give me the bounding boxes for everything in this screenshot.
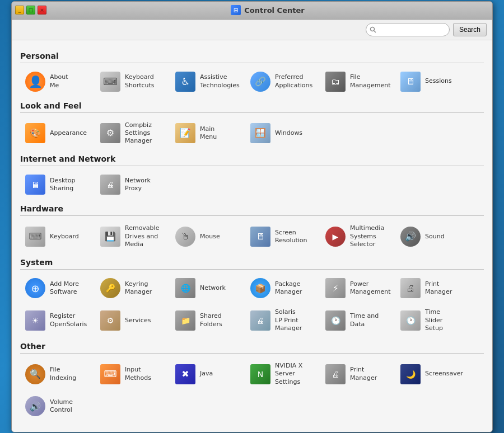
- icon-nvidia: N: [250, 364, 270, 384]
- item-add-software[interactable]: ⊕Add More Software: [20, 274, 93, 302]
- icon-sound: 🔊: [400, 227, 421, 247]
- label-print-mgr: Print Manager: [425, 280, 452, 296]
- item-compbiz[interactable]: ⚙Compbiz Settings Manager: [95, 117, 168, 149]
- item-time-slider[interactable]: 🕐Time Slider Setup: [395, 304, 468, 336]
- label-about-me: About Me: [50, 73, 68, 90]
- item-shared-folders[interactable]: 📁Shared Folders: [170, 304, 243, 336]
- item-screensaver[interactable]: 🌙Screensaver: [395, 358, 468, 390]
- item-network[interactable]: 🌐Network: [170, 274, 243, 302]
- item-main-menu[interactable]: 📝Main Menu: [170, 117, 243, 149]
- label-appearance: Appearance: [50, 129, 87, 137]
- item-screen-res[interactable]: 🖥Screen Resolution: [245, 220, 318, 252]
- icon-sessions: 🖥: [400, 72, 421, 92]
- maximize-button[interactable]: □: [26, 6, 35, 15]
- item-multimedia-selector[interactable]: ▶Multimedia Systems Selector: [320, 220, 393, 252]
- icon-windows: 🪟: [250, 123, 270, 143]
- item-removable-drives[interactable]: 💾Removable Drives and Media: [95, 220, 168, 252]
- label-shared-folders: Shared Folders: [200, 312, 222, 328]
- label-sessions: Sessions: [425, 77, 452, 85]
- section-header-internet-network: Internet and Network: [20, 154, 484, 166]
- icon-solaris-lp-print: 🖨: [250, 310, 270, 331]
- item-print-mgr[interactable]: 🖨Print Manager: [395, 274, 468, 302]
- label-time-slider: Time Slider Setup: [425, 308, 443, 332]
- icon-removable-drives: 💾: [100, 227, 120, 247]
- label-desktop-sharing: Desktop Sharing: [50, 177, 75, 193]
- item-sessions[interactable]: 🖥Sessions: [395, 68, 468, 96]
- icon-file-management: 🗂: [325, 72, 346, 92]
- icon-hw-keyboard: ⌨: [25, 227, 45, 247]
- item-nvidia[interactable]: NNVIDIA X Server Settings: [245, 358, 318, 390]
- item-preferred-apps[interactable]: 🔗Preferred Applications: [245, 68, 318, 96]
- label-multimedia-selector: Multimedia Systems Selector: [350, 224, 384, 248]
- icon-compbiz: ⚙: [100, 123, 120, 143]
- label-screensaver: Screensaver: [425, 370, 463, 378]
- item-volume-control[interactable]: 🔊Volume Control: [20, 392, 93, 420]
- section-items-other: 🔍File Indexing⌨Input Methods✖JavaNNVIDIA…: [20, 358, 484, 420]
- icon-screen-res: 🖥: [250, 227, 270, 247]
- search-input[interactable]: [366, 23, 450, 36]
- section-items-hardware: ⌨Keyboard💾Removable Drives and Media🖱Mou…: [20, 220, 484, 252]
- label-file-indexing: File Indexing: [50, 366, 76, 382]
- label-mouse: Mouse: [200, 233, 220, 241]
- item-input-methods[interactable]: ⌨Input Methods: [95, 358, 168, 390]
- icon-keyboard-shortcuts: ⌨: [100, 72, 120, 92]
- section-header-hardware: Hardware: [20, 204, 484, 216]
- label-file-management: File Management: [350, 73, 390, 90]
- label-nvidia: NVIDIA X Server Settings: [275, 362, 302, 386]
- label-windows: Windows: [275, 129, 302, 137]
- label-time-data: Time and Data: [350, 312, 379, 328]
- item-power-mgmt[interactable]: ⚡Power Management: [320, 274, 393, 302]
- item-register-opensolaris[interactable]: ☀Register OpenSolaris: [20, 304, 93, 336]
- minimize-button[interactable]: _: [15, 6, 24, 15]
- section-header-look-feel: Look and Feel: [20, 101, 484, 113]
- item-file-management[interactable]: 🗂File Management: [320, 68, 393, 96]
- item-services[interactable]: ⚙Services: [95, 304, 168, 336]
- section-items-system: ⊕Add More Software🔑Keyring Manager🌐Netwo…: [20, 274, 484, 336]
- icon-preferred-apps: 🔗: [250, 72, 270, 92]
- item-java[interactable]: ✖Java: [170, 358, 243, 390]
- item-file-indexing[interactable]: 🔍File Indexing: [20, 358, 93, 390]
- item-solaris-lp-print[interactable]: 🖨Solaris LP Print Manager: [245, 304, 318, 336]
- section-header-system: System: [20, 258, 484, 270]
- toolbar: Search: [12, 20, 492, 40]
- icon-assistive-tech: ♿: [175, 72, 195, 92]
- app-icon: ⊞: [231, 5, 241, 15]
- icon-shared-folders: 📁: [175, 310, 195, 331]
- item-hw-keyboard[interactable]: ⌨Keyboard: [20, 220, 93, 252]
- icon-add-software: ⊕: [25, 278, 45, 298]
- item-sound[interactable]: 🔊Sound: [395, 220, 468, 252]
- label-input-methods: Input Methods: [125, 366, 151, 382]
- icon-volume-control: 🔊: [25, 396, 45, 416]
- item-about-me[interactable]: 👤About Me: [20, 68, 93, 96]
- label-network: Network: [200, 284, 226, 292]
- icon-screensaver: 🌙: [400, 364, 421, 384]
- search-button[interactable]: Search: [453, 23, 487, 36]
- item-appearance[interactable]: 🎨Appearance: [20, 117, 93, 149]
- label-removable-drives: Removable Drives and Media: [125, 224, 159, 248]
- label-package-mgr: Package Manager: [275, 280, 302, 296]
- label-register-opensolaris: Register OpenSolaris: [50, 312, 87, 328]
- icon-time-slider: 🕐: [400, 310, 421, 331]
- item-time-data[interactable]: 🕐Time and Data: [320, 304, 393, 336]
- item-windows[interactable]: 🪟Windows: [245, 117, 318, 149]
- icon-package-mgr: 📦: [250, 278, 270, 298]
- window-title: Control Center: [244, 6, 304, 15]
- item-keyboard-shortcuts[interactable]: ⌨Keyboard Shortcuts: [95, 68, 168, 96]
- item-network-proxy[interactable]: 🖨Network Proxy: [95, 171, 168, 199]
- item-assistive-tech[interactable]: ♿Assistive Technologies: [170, 68, 243, 96]
- item-mouse[interactable]: 🖱Mouse: [170, 220, 243, 252]
- item-package-mgr[interactable]: 📦Package Manager: [245, 274, 318, 302]
- label-print-other: Print Manager: [350, 366, 377, 382]
- icon-appearance: 🎨: [25, 123, 45, 143]
- titlebar: _ □ × ⊞ Control Center: [12, 2, 492, 20]
- label-main-menu: Main Menu: [200, 125, 217, 142]
- item-keyring-mgr[interactable]: 🔑Keyring Manager: [95, 274, 168, 302]
- item-desktop-sharing[interactable]: 🖥Desktop Sharing: [20, 171, 93, 199]
- icon-network-proxy: 🖨: [100, 175, 120, 195]
- label-volume-control: Volume Control: [50, 398, 73, 415]
- icon-services: ⚙: [100, 310, 120, 331]
- item-print-other[interactable]: 🖨Print Manager: [320, 358, 393, 390]
- label-keyboard-shortcuts: Keyboard Shortcuts: [125, 73, 155, 90]
- icon-print-other: 🖨: [325, 364, 346, 384]
- close-button[interactable]: ×: [38, 6, 46, 15]
